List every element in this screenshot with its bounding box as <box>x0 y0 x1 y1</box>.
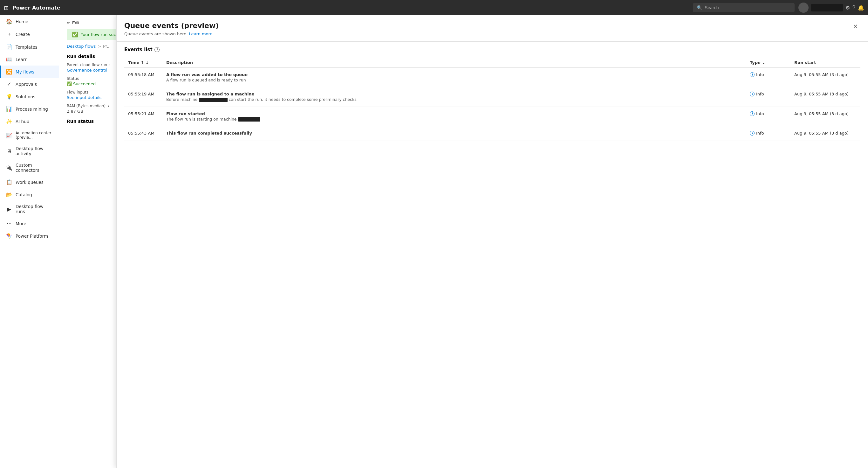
close-panel-button[interactable]: ✕ <box>850 22 860 31</box>
info-type-icon-3 <box>750 111 754 116</box>
sidebar-item-home[interactable]: 🏠 Home <box>0 15 59 28</box>
sidebar: 🏠 Home ＋ Create 📄 Templates 📖 Learn 🔀 My… <box>0 15 59 468</box>
events-list-info-icon[interactable]: i <box>154 47 160 52</box>
search-box[interactable]: 🔍 <box>693 3 795 12</box>
sidebar-label-desktop-flow-runs: Desktop flow runs <box>16 204 54 214</box>
sidebar-label-more: More <box>16 221 26 226</box>
sidebar-label-desktop-flow-activity: Desktop flow activity <box>16 146 54 156</box>
event-run-start-3: Aug 9, 05:55 AM (3 d ago) <box>790 107 860 126</box>
notifications-icon[interactable]: 🔔 <box>858 5 864 11</box>
sidebar-item-my-flows[interactable]: 🔀 My flows <box>0 65 59 78</box>
panel-header: Queue events (preview) Queue events are … <box>117 15 868 42</box>
time-sort-down-icon[interactable]: ↓ <box>146 60 149 65</box>
avatar[interactable] <box>798 3 809 13</box>
settings-icon[interactable]: ⚙ <box>845 5 850 11</box>
event-description-2: The flow run is assigned to a machine Be… <box>162 87 746 107</box>
sidebar-item-more[interactable]: ··· More <box>0 217 59 230</box>
event-time-2: 05:55:19 AM <box>124 87 162 107</box>
events-table: Time ↑ ↓ Description <box>124 58 860 141</box>
breadcrumb-desktop-flows[interactable]: Desktop flows <box>67 44 96 49</box>
sidebar-label-learn: Learn <box>16 57 28 62</box>
info-type-icon-1 <box>750 72 754 77</box>
sidebar-item-approvals[interactable]: ✓ Approvals <box>0 78 59 90</box>
search-icon: 🔍 <box>697 5 702 10</box>
events-table-header: Time ↑ ↓ Description <box>124 58 860 68</box>
topbar: ⊞ Power Automate 🔍 ⚙ ? 🔔 <box>0 0 868 15</box>
ai-hub-icon: ✨ <box>6 118 12 124</box>
event-description-4: This flow run completed successfully <box>162 126 746 141</box>
custom-connectors-icon: 🔌 <box>6 165 12 171</box>
event-type-2: Info <box>746 87 790 107</box>
content-area: ✏ Edit ✅ Your flow ran successfully. Des… <box>59 15 868 468</box>
sidebar-item-power-platform[interactable]: 🪁 Power Platform <box>0 230 59 242</box>
work-queues-icon: 📋 <box>6 179 12 185</box>
user-name-redacted <box>811 4 843 11</box>
sidebar-label-approvals: Approvals <box>16 82 37 87</box>
sidebar-item-solutions[interactable]: 💡 Solutions <box>0 90 59 103</box>
sidebar-item-automation-center[interactable]: 📈 Automation center (previe... <box>0 127 59 143</box>
col-header-type[interactable]: Type <box>746 58 790 68</box>
time-sort-up-icon[interactable]: ↑ <box>141 60 144 65</box>
sidebar-label-home: Home <box>16 19 28 24</box>
sidebar-label-catalog: Catalog <box>16 192 32 197</box>
sidebar-label-automation-center: Automation center (previe... <box>16 131 54 140</box>
edit-icon: ✏ <box>67 20 70 25</box>
info-icon-ram: ℹ <box>108 104 109 108</box>
sidebar-item-ai-hub[interactable]: ✨ AI hub <box>0 115 59 127</box>
event-description-1: A flow run was added to the queue A flow… <box>162 68 746 87</box>
queue-events-panel: Queue events (preview) Queue events are … <box>116 15 868 468</box>
sidebar-label-process-mining: Process mining <box>16 107 48 112</box>
power-platform-icon: 🪁 <box>6 233 12 239</box>
sidebar-label-my-flows: My flows <box>16 69 34 75</box>
grid-icon[interactable]: ⊞ <box>4 4 8 11</box>
process-mining-icon: 📊 <box>6 106 12 112</box>
event-run-start-2: Aug 9, 05:55 AM (3 d ago) <box>790 87 860 107</box>
sidebar-item-templates[interactable]: 📄 Templates <box>0 41 59 53</box>
info-type-icon-4 <box>750 131 754 136</box>
type-sort-icon[interactable] <box>762 60 765 65</box>
event-row-1: 05:55:18 AM A flow run was added to the … <box>124 68 860 87</box>
info-icon-small: ℹ <box>109 63 111 67</box>
topbar-right: ⚙ ? 🔔 <box>798 3 864 13</box>
event-type-3: Info <box>746 107 790 126</box>
panel-title: Queue events (preview) <box>124 22 219 30</box>
sidebar-item-desktop-flow-activity[interactable]: 🖥 Desktop flow activity <box>0 143 59 159</box>
events-table-body: 05:55:18 AM A flow run was added to the … <box>124 68 860 141</box>
search-input[interactable] <box>705 5 791 10</box>
event-type-4: Info <box>746 126 790 141</box>
catalog-icon: 📂 <box>6 192 12 198</box>
help-icon[interactable]: ? <box>852 5 855 10</box>
event-row-4: 05:55:43 AM This flow run completed succ… <box>124 126 860 141</box>
event-time-1: 05:55:18 AM <box>124 68 162 87</box>
main-layout: 🏠 Home ＋ Create 📄 Templates 📖 Learn 🔀 My… <box>0 15 868 468</box>
event-row-2: 05:55:19 AM The flow run is assigned to … <box>124 87 860 107</box>
sidebar-label-work-queues: Work queues <box>16 180 43 185</box>
info-type-icon-2 <box>750 92 754 96</box>
sidebar-label-power-platform: Power Platform <box>16 234 48 239</box>
templates-icon: 📄 <box>6 44 12 50</box>
sidebar-item-custom-connectors[interactable]: 🔌 Custom connectors <box>0 159 59 176</box>
sidebar-item-desktop-flow-runs[interactable]: ▶ Desktop flow runs <box>0 201 59 217</box>
sidebar-label-ai-hub: AI hub <box>16 119 29 124</box>
events-section: Events list i Time ↑ ↓ <box>117 42 868 146</box>
event-time-4: 05:55:43 AM <box>124 126 162 141</box>
sidebar-item-work-queues[interactable]: 📋 Work queues <box>0 176 59 188</box>
desktop-flow-activity-icon: 🖥 <box>6 148 12 154</box>
col-header-run-start: Run start <box>790 58 860 68</box>
events-list-header: Events list i <box>124 47 860 53</box>
event-run-start-1: Aug 9, 05:55 AM (3 d ago) <box>790 68 860 87</box>
sidebar-item-create[interactable]: ＋ Create <box>0 28 59 41</box>
redacted-machine-name-2 <box>199 98 227 102</box>
sidebar-item-process-mining[interactable]: 📊 Process mining <box>0 103 59 115</box>
sidebar-label-create: Create <box>16 32 30 37</box>
event-row-3: 05:55:21 AM Flow run started The flow ru… <box>124 107 860 126</box>
sidebar-label-templates: Templates <box>16 45 37 50</box>
edit-button[interactable]: ✏ Edit <box>67 20 79 25</box>
panel-title-row: Queue events (preview) Queue events are … <box>124 22 860 41</box>
event-time-3: 05:55:21 AM <box>124 107 162 126</box>
learn-more-link[interactable]: Learn more <box>189 31 212 36</box>
sidebar-label-solutions: Solutions <box>16 94 35 99</box>
col-header-time[interactable]: Time ↑ ↓ <box>124 58 162 68</box>
sidebar-item-learn[interactable]: 📖 Learn <box>0 53 59 65</box>
sidebar-item-catalog[interactable]: 📂 Catalog <box>0 188 59 201</box>
